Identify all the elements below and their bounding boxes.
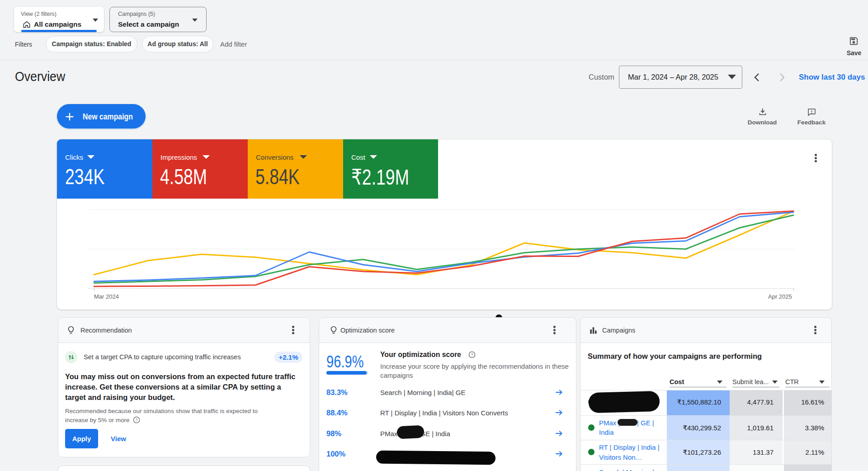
svg-text:?: ? xyxy=(136,418,138,422)
svg-text:?: ? xyxy=(471,352,473,357)
